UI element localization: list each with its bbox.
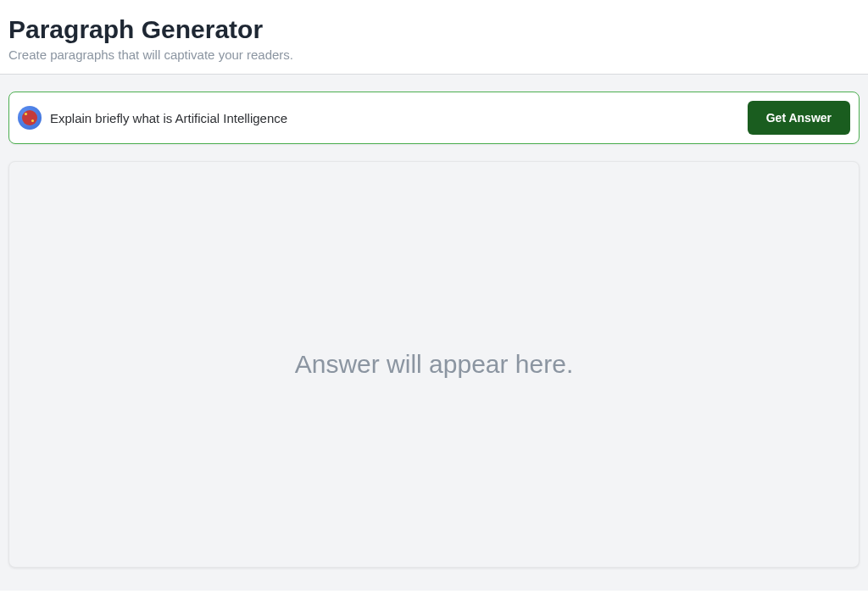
content-area: Get Answer Answer will appear here. [0, 75, 868, 591]
page-title: Paragraph Generator [8, 15, 860, 44]
answer-placeholder: Answer will appear here. [295, 350, 574, 379]
answer-output-card: Answer will appear here. [8, 161, 860, 568]
virus-icon [18, 106, 42, 130]
get-answer-button[interactable]: Get Answer [748, 101, 850, 135]
prompt-input-card: Get Answer [8, 92, 860, 144]
page-subtitle: Create paragraphs that will captivate yo… [8, 47, 860, 62]
prompt-input[interactable] [50, 111, 739, 125]
page-header: Paragraph Generator Create paragraphs th… [0, 0, 868, 75]
